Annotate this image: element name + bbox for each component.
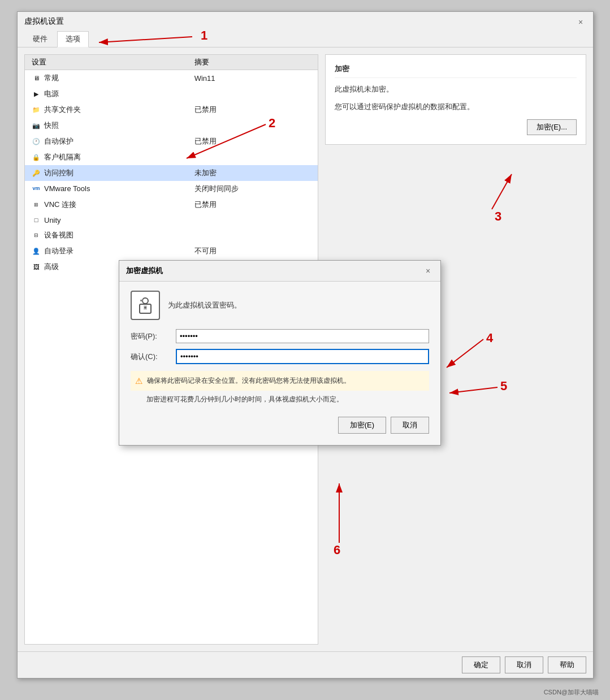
row-name: ▶电源 <box>25 86 188 102</box>
row-name: ⊟设备视图 <box>25 227 188 243</box>
row-name: 👤自动登录 <box>25 243 188 259</box>
modal-footer: 加密(E) 取消 <box>131 411 429 436</box>
watermark: CSDN@加菲大喵喵 <box>544 688 599 697</box>
help-button[interactable]: 帮助 <box>548 656 586 673</box>
row-value: 已禁用 <box>188 133 318 149</box>
table-row[interactable]: ⊞VNC 连接 已禁用 <box>25 197 318 213</box>
power-icon: ▶ <box>32 89 41 98</box>
advanced-icon: 🖼 <box>32 262 41 271</box>
modal-close-button[interactable]: × <box>422 265 434 276</box>
lock-icon: 🔒 <box>32 153 41 162</box>
table-row[interactable]: 👤自动登录 不可用 <box>25 243 318 259</box>
row-name: ⊞VNC 连接 <box>25 197 188 213</box>
monitor-icon: 🖥 <box>32 74 41 83</box>
table-row-selected[interactable]: 🔑访问控制 未加密 <box>25 165 318 181</box>
password-label: 密码(P): <box>131 331 176 342</box>
settings-table: 设置 摘要 🖥常规 Win11 ▶电源 📁共享文件夹 已禁 <box>25 55 318 275</box>
vnc-icon: ⊞ <box>32 200 41 209</box>
confirm-input[interactable] <box>176 349 429 364</box>
row-value: 已禁用 <box>188 197 318 213</box>
row-name: 🕐自动保护 <box>25 133 188 149</box>
row-name: 🔑访问控制 <box>25 165 188 181</box>
row-value <box>188 227 318 243</box>
row-value: 已禁用 <box>188 102 318 118</box>
modal-cancel-button[interactable]: 取消 <box>391 417 429 434</box>
row-name: 📁共享文件夹 <box>25 102 188 118</box>
bottom-bar: 确定 取消 帮助 <box>18 651 593 678</box>
tab-hardware[interactable]: 硬件 <box>24 31 56 47</box>
unity-icon: □ <box>32 215 41 224</box>
shield-icon: 🕐 <box>32 137 41 146</box>
row-value <box>188 213 318 227</box>
col-header-setting: 设置 <box>25 55 188 70</box>
confirm-row: 确认(C): <box>131 349 429 364</box>
table-row[interactable]: 📷快照 <box>25 118 318 133</box>
modal-encrypt-button[interactable]: 加密(E) <box>338 417 386 434</box>
encryption-box: 加密 此虚拟机未加密。 您可以通过密码保护虚拟机的数据和配置。 加密(E)... <box>325 54 586 145</box>
modal-title: 加密虚拟机 <box>126 266 163 276</box>
password-input[interactable] <box>176 329 429 343</box>
warning-row: ⚠ 确保将此密码记录在安全位置。没有此密码您将无法使用该虚拟机。 <box>131 371 429 391</box>
table-row[interactable]: 🕐自动保护 已禁用 <box>25 133 318 149</box>
encryption-desc2: 您可以通过密码保护虚拟机的数据和配置。 <box>335 101 577 113</box>
row-value: 未加密 <box>188 165 318 181</box>
login-icon: 👤 <box>32 247 41 256</box>
tabs-bar: 硬件 选项 <box>18 28 593 47</box>
table-row[interactable]: ⊟设备视图 <box>25 227 318 243</box>
row-value: 关闭时间同步 <box>188 181 318 197</box>
ok-button[interactable]: 确定 <box>462 656 500 673</box>
encrypt-button[interactable]: 加密(E)... <box>527 119 577 135</box>
row-name: 🔒客户机隔离 <box>25 149 188 165</box>
tab-options[interactable]: 选项 <box>57 31 89 47</box>
encryption-desc1: 此虚拟机未加密。 <box>335 84 577 96</box>
row-name: □Unity <box>25 213 188 227</box>
table-row[interactable]: □Unity <box>25 213 318 227</box>
vmware-icon: vm <box>32 184 41 193</box>
table-row[interactable]: ▶电源 <box>25 86 318 102</box>
modal-desc: 为此虚拟机设置密码。 <box>168 300 241 310</box>
svg-point-1 <box>142 298 148 304</box>
row-value: 不可用 <box>188 243 318 259</box>
warning-text2: 加密进程可花费几分钟到几小时的时间，具体视虚拟机大小而定。 <box>146 394 429 404</box>
password-row: 密码(P): <box>131 329 429 343</box>
folder-icon: 📁 <box>32 105 41 114</box>
title-bar: 虚拟机设置 × <box>18 12 593 28</box>
table-row[interactable]: vmVMware Tools 关闭时间同步 <box>25 181 318 197</box>
encrypt-btn-area: 加密(E)... <box>335 119 577 135</box>
encryption-title: 加密 <box>335 64 577 78</box>
row-value <box>188 149 318 165</box>
modal-dialog: 加密虚拟机 × 为此虚拟机设置密码。 密码(P): 确认(C): <box>119 260 441 446</box>
window-title: 虚拟机设置 <box>24 16 64 27</box>
row-value <box>188 86 318 102</box>
row-name: 🖥常规 <box>25 70 188 86</box>
confirm-label: 确认(C): <box>131 352 176 362</box>
svg-point-3 <box>144 306 146 309</box>
close-button[interactable]: × <box>575 16 586 28</box>
camera-icon: 📷 <box>32 121 41 130</box>
warning-icon: ⚠ <box>135 376 142 386</box>
devices-icon: ⊟ <box>32 231 41 240</box>
row-value: Win11 <box>188 70 318 87</box>
modal-body: 为此虚拟机设置密码。 密码(P): 确认(C): ⚠ 确保将此密码记录在安全位置… <box>119 282 440 445</box>
row-name: 📷快照 <box>25 118 188 133</box>
key-icon: 🔑 <box>32 168 41 178</box>
modal-title-bar: 加密虚拟机 × <box>119 261 440 282</box>
table-row[interactable]: 📁共享文件夹 已禁用 <box>25 102 318 118</box>
table-row[interactable]: 🖥常规 Win11 <box>25 70 318 87</box>
svg-rect-4 <box>140 300 143 301</box>
row-name: vmVMware Tools <box>25 181 188 196</box>
table-row[interactable]: 🔒客户机隔离 <box>25 149 318 165</box>
cancel-button[interactable]: 取消 <box>505 656 543 673</box>
key-lock-icon <box>131 291 160 320</box>
modal-header-row: 为此虚拟机设置密码。 <box>131 291 429 320</box>
row-value <box>188 118 318 133</box>
col-header-summary: 摘要 <box>188 55 318 70</box>
warning-text1: 确保将此密码记录在安全位置。没有此密码您将无法使用该虚拟机。 <box>147 375 351 386</box>
